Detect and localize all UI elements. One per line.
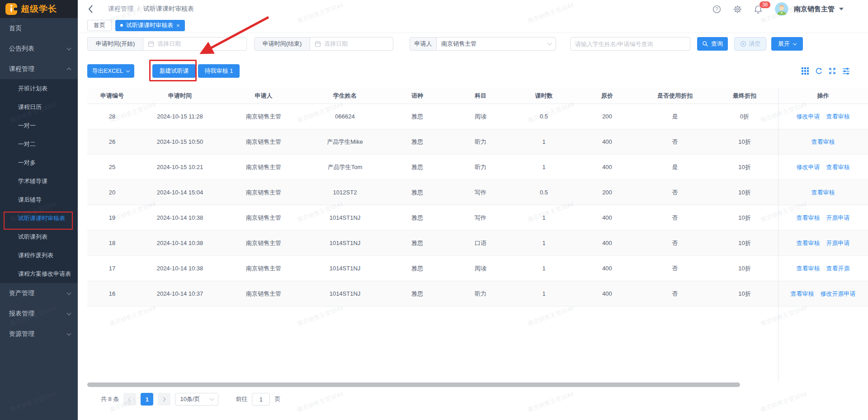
gear-icon[interactable] <box>732 4 742 14</box>
table-row: 26 2024-10-15 10:50 南京销售主管 产品学生Mike 雅思 听… <box>87 129 868 155</box>
sidebar-item-academic-tutoring[interactable]: 学术辅导课 <box>0 172 78 190</box>
bell-icon[interactable]: 38 <box>753 4 763 14</box>
action-link[interactable]: 修改申请 <box>797 113 820 121</box>
action-link[interactable]: 查看审核 <box>811 189 835 197</box>
action-link[interactable]: 查看审核 <box>797 264 820 273</box>
table-cell: 0折 <box>711 113 778 121</box>
sidebar-item-voided-courses[interactable]: 课程作废列表 <box>0 246 78 264</box>
horizontal-scrollbar[interactable] <box>87 382 740 387</box>
action-link[interactable]: 查看开票 <box>826 264 850 273</box>
table-cell: 写作 <box>449 214 512 222</box>
action-link[interactable]: 查看审核 <box>797 214 820 222</box>
table-cell: 0.5 <box>512 113 576 120</box>
action-link[interactable]: 查看审核 <box>826 163 850 171</box>
table-cell-actions: 查看审核开票申请 <box>778 239 868 247</box>
sidebar-item-asset-management[interactable]: 资产管理 <box>0 283 78 303</box>
fullscreen-icon[interactable] <box>828 67 836 75</box>
table-cell-actions: 查看审核开票申请 <box>778 214 868 222</box>
tab-trial-lesson-review[interactable]: 试听课课时审核表 × <box>115 20 185 31</box>
table-cell: 2024-10-14 10:37 <box>137 290 223 297</box>
grid-view-icon[interactable] <box>801 67 809 75</box>
action-link[interactable]: 查看审核 <box>826 113 850 121</box>
table-header: 操作 <box>778 92 868 100</box>
table-cell: 1014ST1NJ <box>304 240 386 246</box>
table-tools <box>801 67 850 75</box>
applicant-select[interactable]: 南京销售主管 <box>436 37 556 51</box>
breadcrumb: 课程管理 / 试听课课时审核表 <box>108 5 194 13</box>
sidebar-item-course-plan-change[interactable]: 课程方案修改申请表 <box>0 264 78 283</box>
sidebar-item-one-on-one[interactable]: 一对一 <box>0 116 78 135</box>
sidebar-item-course-management[interactable]: 课程管理 <box>0 59 78 79</box>
expand-button[interactable]: 展开 <box>771 37 803 51</box>
end-date-input[interactable]: 选择日期 <box>310 37 393 51</box>
table-header: 学生姓名 <box>304 92 386 100</box>
table-cell: 16 <box>87 290 137 297</box>
chevron-down-icon <box>547 41 552 45</box>
sidebar-item-trial-lesson-review[interactable]: 试听课课时审核表 <box>0 209 78 227</box>
sidebar-item-resource-management[interactable]: 资源管理 <box>0 324 78 344</box>
tab-close-icon[interactable]: × <box>176 22 180 29</box>
table-cell: 1014ST1NJ <box>304 265 386 272</box>
page-button-1[interactable]: 1 <box>141 393 153 406</box>
sidebar-item-trial-lesson-list[interactable]: 试听课列表 <box>0 227 78 246</box>
sidebar-item-class-plan[interactable]: 开班计划表 <box>0 79 78 98</box>
create-trial-lesson-button[interactable]: 新建试听课 <box>152 64 196 78</box>
chevron-down-icon <box>67 46 71 50</box>
table-row: 20 2024-10-14 15:04 南京销售主管 1012ST2 雅思 写作… <box>87 180 868 205</box>
pending-review-button[interactable]: 待我审核 1 <box>198 64 240 78</box>
table-cell-actions: 查看审核查看开票 <box>778 264 868 273</box>
action-link[interactable]: 开票申请 <box>826 214 850 222</box>
action-link[interactable]: 查看审核 <box>791 290 814 298</box>
goto-page-input[interactable] <box>252 393 270 406</box>
chevron-down-icon <box>67 331 71 335</box>
username[interactable]: 南京销售主管 <box>794 5 835 14</box>
sidebar-item-announcements[interactable]: 公告列表 <box>0 38 78 59</box>
breadcrumb-parent[interactable]: 课程管理 <box>108 5 133 13</box>
start-date-input[interactable]: 选择日期 <box>143 37 247 51</box>
export-excel-button[interactable]: 导出EXCEL <box>87 64 134 78</box>
clear-button[interactable]: 清空 <box>734 37 766 51</box>
table-cell: 10折 <box>711 163 778 171</box>
sidebar-item-course-calendar[interactable]: 课程日历 <box>0 98 78 116</box>
chevron-down-icon <box>210 396 214 401</box>
help-icon[interactable]: ? <box>712 4 722 14</box>
query-button[interactable]: 查询 <box>697 37 728 51</box>
table-cell: 雅思 <box>386 290 449 298</box>
table-header: 是否使用折扣 <box>639 92 711 100</box>
chevron-right-icon <box>161 397 166 401</box>
sidebar-item-after-class-tutoring[interactable]: 课后辅导 <box>0 190 78 209</box>
table-header-row: 申请编号 申请时间 申请人 学生姓名 语种 科目 课时数 原价 是否使用折扣 最… <box>87 88 868 104</box>
table-row: 16 2024-10-14 10:37 南京销售主管 1014ST1NJ 雅思 … <box>87 281 868 307</box>
back-button[interactable] <box>87 4 94 14</box>
column-settings-icon[interactable] <box>842 67 850 75</box>
table-cell: 200 <box>576 113 639 120</box>
avatar[interactable] <box>775 2 788 16</box>
refresh-icon[interactable] <box>815 67 823 75</box>
action-link[interactable]: 开票申请 <box>826 239 850 247</box>
action-link[interactable]: 修改开票申请 <box>821 290 856 298</box>
user-menu-caret-icon[interactable] <box>839 8 844 13</box>
table-row: 18 2024-10-14 10:38 南京销售主管 1014ST1NJ 雅思 … <box>87 231 868 256</box>
search-input[interactable] <box>570 37 690 51</box>
sidebar-item-home[interactable]: 首页 <box>0 18 78 38</box>
next-page-button[interactable] <box>158 393 170 406</box>
sidebar-item-one-on-two[interactable]: 一对二 <box>0 135 78 153</box>
topbar-actions: ? 38 南京销售主管 <box>712 2 844 16</box>
breadcrumb-current: 试听课课时审核表 <box>143 5 194 13</box>
clear-icon <box>740 41 746 47</box>
tab-home[interactable]: 首页 <box>87 20 112 31</box>
action-link[interactable]: 查看审核 <box>797 239 820 247</box>
chevron-down-icon <box>67 311 71 315</box>
sidebar-item-report-management[interactable]: 报表管理 <box>0 303 78 324</box>
sidebar-item-one-on-many[interactable]: 一对多 <box>0 153 78 172</box>
action-link[interactable]: 修改申请 <box>797 163 820 171</box>
filter-bar: 申请时间(开始) 选择日期 申请时间(结束) 选择日期 申请人 南京销售主管 查… <box>87 37 803 51</box>
table-cell: 1 <box>512 290 576 297</box>
action-link[interactable]: 查看审核 <box>811 138 835 146</box>
table-header: 申请编号 <box>87 92 137 100</box>
table-cell: 南京销售主管 <box>223 189 304 197</box>
prev-page-button[interactable] <box>123 393 136 406</box>
table-cell: 南京销售主管 <box>223 290 304 298</box>
page: 超级学长 首页 公告列表 课程管理 开班计划表 课程日历 一对一 一对二 一对多… <box>0 0 868 420</box>
page-size-select[interactable]: 10条/页 <box>175 393 218 406</box>
